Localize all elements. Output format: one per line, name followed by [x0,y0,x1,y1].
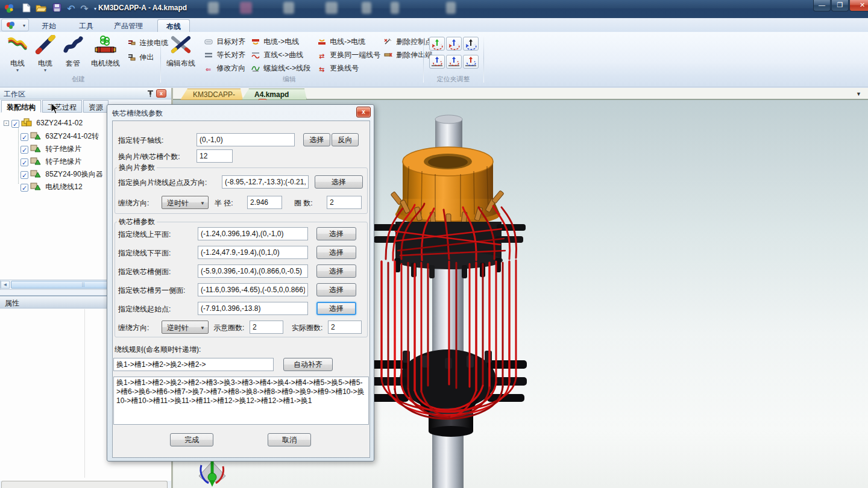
tree-item[interactable]: ✓ 转子绝缘片 [20,144,81,155]
ribbon-tab-tools[interactable]: 工具 [71,19,102,32]
cable-to-wire-button[interactable]: 电缆->电线 [250,36,300,48]
delete-extend-end-button[interactable]: 删除伸出端 [382,49,433,61]
scroll-left-icon[interactable]: ◄ [1,281,10,289]
app-menu-button[interactable]: ▾ [1,19,29,31]
core-row-select-button[interactable]: 选择 [316,227,356,240]
core-row-select-button[interactable]: 选择 [316,246,356,259]
winding-sequence-textarea[interactable]: 换1->槽1->槽2->换2->槽2->槽3->换3->槽3->槽4->换4->… [113,377,369,425]
ribbon: 电线 ▾ 电缆 ▾ 套管 电机绕线 连接电缆 伸出 创建 [0,32,868,87]
core-row-input[interactable] [198,246,308,259]
doc-tab-km3dcapp-a1[interactable]: KM3DCAPP-A1 [180,89,243,100]
core-start-select-button[interactable]: 选择 [316,302,356,315]
save-icon[interactable] [51,3,63,15]
tab-list-dropdown-icon[interactable]: ▼ [856,91,861,97]
edit-routing-button[interactable]: 编辑布线 [164,33,198,84]
wire-to-cable-button[interactable]: 电线->电缆 [316,36,366,48]
titlebar-glass-artifact [208,2,219,14]
clamp-adjust-button-4[interactable] [429,55,445,69]
group-separator [423,34,424,83]
checkbox-checked-icon[interactable]: ✓ [11,120,19,128]
finish-button[interactable]: 完成 [170,433,213,446]
bottom-collapsed-panel[interactable] [1,481,168,488]
checkbox-checked-icon[interactable]: ✓ [20,133,28,141]
cancel-button[interactable]: 取消 [268,433,311,446]
target-align-icon [204,39,213,46]
maximize-button[interactable]: ❐ [831,0,849,11]
core-row-select-button[interactable]: 选择 [316,264,356,278]
cable-dropdown-icon[interactable]: ▾ [31,69,59,72]
axis-reverse-button[interactable]: 反向 [332,133,359,146]
tree-item[interactable]: ✓ 电机绕线12 [20,182,83,193]
axis-label: 指定转子轴线: [118,136,163,146]
close-button[interactable]: ✕ [849,0,868,11]
tree-item[interactable]: ✓ 63ZY24-41-02转 [20,131,99,143]
ribbon-tab-start[interactable]: 开始 [33,19,64,32]
dialog-close-button[interactable]: x [356,107,371,117]
rule-input[interactable] [113,358,274,371]
open-folder-icon[interactable] [35,3,47,15]
clamp-adjust-button-5[interactable] [446,55,462,69]
tab-process[interactable]: 工艺过程 [42,100,82,113]
wire-button[interactable]: 电线 ▾ [4,33,31,84]
core-row-input[interactable] [198,227,308,240]
replace-number-button[interactable]: ⇆ 更换线号 [316,62,360,74]
extend-button[interactable]: 伸出 [125,51,155,63]
demo-turns-input[interactable] [250,321,283,334]
app-logo-icon [3,2,15,16]
clamp-adjust-button-1[interactable] [429,37,445,51]
assembly-icon [21,118,32,127]
tree-item[interactable]: ✓ 85ZY24-90换向器 [20,169,103,181]
pin-icon[interactable] [146,89,154,99]
core-row-input[interactable] [198,302,308,315]
collapse-icon[interactable]: - [4,120,9,126]
replace-same-end-button[interactable]: ⇄ 更换同一端线号 [316,49,382,61]
modify-direction-button[interactable]: ⇐ 修改方向 [203,62,247,74]
commutator-start-select-button[interactable]: 选择 [315,175,363,189]
edit-routing-icon [170,35,192,54]
doc-tab-a4-kmapd[interactable]: A4.kmapdx [242,89,307,100]
ribbon-tab-routing[interactable]: 布线 [157,19,190,32]
connect-cable-button[interactable]: 连接电缆 [125,37,169,49]
commutator-start-input[interactable] [222,175,309,189]
line-curve-button[interactable]: 直线<->曲线 [250,49,304,61]
tab-resources[interactable]: 资源 [83,100,108,113]
window-title: KM3DCAPP-A - A4.kmapd [98,4,187,12]
clamp-adjust-button-2[interactable] [446,37,462,51]
count-input[interactable] [197,149,233,163]
ribbon-tab-product[interactable]: 产品管理 [105,19,151,32]
turns-input[interactable] [327,196,362,209]
new-document-icon[interactable] [20,3,33,15]
clamp-adjust-button-6[interactable] [463,55,479,69]
checkbox-checked-icon[interactable]: ✓ [20,184,28,192]
axis-input[interactable] [197,133,295,146]
tree-root[interactable]: -✓ 63ZY24-41-02 [4,118,83,130]
autofill-button[interactable]: 自动补齐 [283,358,333,371]
titlebar-glass-artifact [362,2,371,14]
core-row-input[interactable] [198,283,308,296]
delete-control-point-button[interactable]: 删除控制点 [382,36,433,48]
redo-icon[interactable]: ↷ [78,3,90,15]
radius-input[interactable] [247,196,282,209]
tab-assembly-structure[interactable]: 装配结构 [1,100,41,113]
tree-item[interactable]: ✓ 转子绝缘片 [20,157,81,168]
panel-close-icon[interactable]: x [156,89,166,98]
checkbox-checked-icon[interactable]: ✓ [20,158,28,166]
core-direction-select[interactable]: 逆时针▼ [162,321,209,334]
clamp-adjust-button-3[interactable] [463,37,479,51]
checkbox-checked-icon[interactable]: ✓ [20,146,28,154]
target-align-button[interactable]: 目标对齐 [203,36,247,48]
modify-direction-icon: ⇐ [204,66,213,74]
undo-icon[interactable]: ↶ [65,3,77,15]
actual-turns-input[interactable] [328,321,362,334]
core-row-select-button[interactable]: 选择 [316,283,356,296]
helix-segment-button[interactable]: 螺旋线<->线段 [250,62,312,74]
count-label: 换向片/铁芯槽个数: [118,152,180,162]
axis-select-button[interactable]: 选择 [303,133,330,146]
connect-cable-icon [127,39,136,47]
commutator-direction-select[interactable]: 逆时针▼ [162,196,209,209]
equal-align-button[interactable]: 等长对齐 [203,49,247,61]
minimize-button[interactable]: — [813,0,831,11]
checkbox-checked-icon[interactable]: ✓ [20,171,28,179]
core-row-input[interactable] [198,264,308,278]
wire-dropdown-icon[interactable]: ▾ [4,69,31,72]
